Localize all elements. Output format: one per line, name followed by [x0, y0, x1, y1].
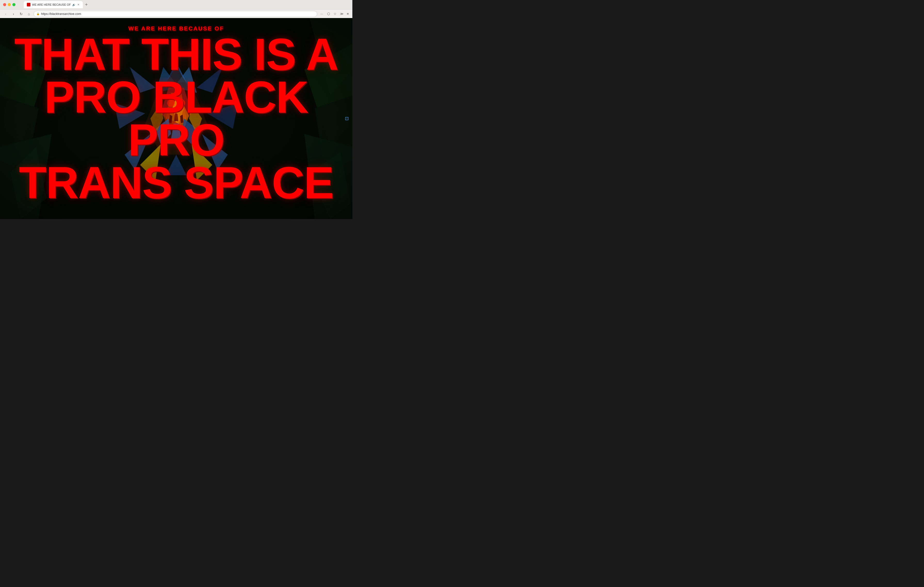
new-tab-button[interactable]: + [83, 2, 90, 7]
bookmark-button[interactable]: ☆ [332, 11, 338, 17]
nav-extras: ··· ⬡ ☆ ≫ ≡ [319, 11, 350, 17]
tab-bar: WE ARE HERE BECAUSE OF 🔊 × + [21, 1, 92, 8]
window-controls [3, 3, 15, 6]
tab-favicon [27, 3, 30, 7]
hero-text-line1: THAT THIS IS A [10, 33, 342, 76]
tab-title: WE ARE HERE BECAUSE OF [32, 3, 71, 6]
sidebar-toggle-icon[interactable]: ⊡ [345, 116, 349, 122]
close-button[interactable] [3, 3, 6, 6]
hero-text-line3: TRANS SPACE [10, 161, 342, 204]
address-bar[interactable]: 🔒 https://blacktransarchive.com [33, 11, 317, 17]
browser-chrome: WE ARE HERE BECAUSE OF 🔊 × + ‹ › ↻ ⌂ 🔒 h… [0, 0, 352, 18]
extensions-button[interactable]: ≫ [339, 11, 345, 17]
title-bar: WE ARE HERE BECAUSE OF 🔊 × + [0, 0, 352, 9]
pocket-button[interactable]: ⬡ [325, 11, 331, 17]
tab-close-button[interactable]: × [77, 3, 80, 7]
active-tab[interactable]: WE ARE HERE BECAUSE OF 🔊 × [24, 1, 83, 8]
url-text: https://blacktransarchive.com [41, 12, 314, 16]
maximize-button[interactable] [12, 3, 15, 6]
tab-audio-icon: 🔊 [72, 3, 75, 6]
hero-text-line2: PRO BLACK PRO [10, 76, 342, 161]
main-text-container: THAT THIS IS A PRO BLACK PRO TRANS SPACE [0, 33, 352, 204]
security-lock-icon: 🔒 [36, 12, 40, 15]
hamburger-menu-button[interactable]: ≡ [346, 12, 350, 16]
website-content: WE ARE HERE BECAUSE OF THAT THIS IS A PR… [0, 18, 352, 219]
home-button[interactable]: ⌂ [26, 11, 32, 17]
nav-bar: ‹ › ↻ ⌂ 🔒 https://blacktransarchive.com … [0, 9, 352, 18]
refresh-button[interactable]: ↻ [18, 11, 24, 17]
forward-button[interactable]: › [10, 11, 16, 17]
overflow-menu-button[interactable]: ··· [319, 11, 325, 17]
back-button[interactable]: ‹ [3, 11, 9, 17]
minimize-button[interactable] [8, 3, 11, 6]
